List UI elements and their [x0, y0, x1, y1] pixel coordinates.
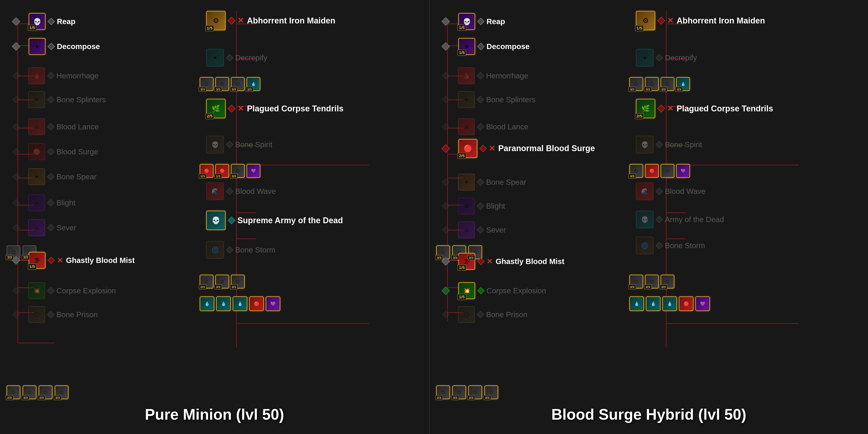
aim-icon[interactable]: ⚙ 1/5: [206, 11, 226, 30]
ghastly-x: ✕: [57, 256, 63, 265]
blight-r-label: Blight: [486, 202, 505, 210]
pass-mid-4[interactable]: 💧3/3: [247, 77, 260, 91]
hemorrhage-r-icon[interactable]: 🩸: [458, 67, 475, 84]
paranormal-icon[interactable]: 🔴 2/5: [458, 139, 477, 158]
pr2-3[interactable]: ⬡3/3: [660, 77, 675, 91]
pr2r-3[interactable]: ⬡: [660, 164, 675, 178]
rbp2-2[interactable]: 💧: [216, 296, 231, 311]
reap-icon[interactable]: 💀 1/5: [29, 13, 45, 30]
rbp-2[interactable]: ⬡3/3: [215, 274, 229, 289]
pct-icon[interactable]: 🌿 2/5: [206, 99, 226, 118]
pr2r-2[interactable]: 🔴: [645, 164, 659, 178]
skill-row-blight-left: ☠ Blight: [6, 194, 75, 211]
skill-row-blood-wave-left: 🌊 Blood Wave: [206, 182, 276, 200]
corpse-explosion-icon[interactable]: 💥: [28, 282, 45, 299]
dec-icon[interactable]: ✦: [206, 49, 224, 67]
decompose-icon[interactable]: ✦: [29, 38, 45, 55]
bone-prison-r-icon[interactable]: ⬡: [458, 306, 475, 323]
pass-mid-1[interactable]: ⬡3/3: [199, 77, 214, 91]
corpse-explosion-r-icon[interactable]: 💥 1/5: [458, 282, 475, 299]
bot-r-pass-3[interactable]: ⬡2/3: [468, 385, 482, 399]
bone-spear-r-diamond2: [477, 178, 484, 186]
bspirit-icon[interactable]: 💀: [206, 136, 224, 153]
rbp2-4[interactable]: 🔴: [249, 296, 264, 311]
bstorm-diamond: [226, 246, 233, 254]
reap-r-diamond2: [477, 18, 485, 25]
hemorrhage-icon[interactable]: 🩸: [28, 67, 45, 84]
blood-lance-r-icon[interactable]: ⚔: [458, 118, 475, 135]
ce-badge-diamond: [12, 287, 20, 294]
sever-r-diamond2: [477, 226, 484, 234]
decompose-r-icon[interactable]: ✦ 1/5: [458, 38, 475, 55]
bone-splinters-r-icon[interactable]: ✦: [458, 91, 475, 108]
skill-row-decrepify-right: ✦ Decrepify: [636, 49, 697, 67]
sever-icon[interactable]: ⚔: [28, 219, 45, 236]
bstorm-icon[interactable]: 🌀: [206, 241, 224, 259]
bone-splinters-icon[interactable]: ✦: [28, 91, 45, 108]
aim-r-icon[interactable]: ⚙ 1/5: [636, 11, 655, 30]
blood-surge-icon[interactable]: 🔴: [28, 143, 45, 160]
bot-pass-1[interactable]: ⬡ 2/3: [6, 385, 21, 399]
bspirit-r-diamond: [656, 141, 663, 148]
bstorm-r-icon[interactable]: 🌀: [636, 237, 654, 255]
aim-r-label: Abhorrent Iron Maiden: [677, 16, 765, 25]
blood-lance-icon[interactable]: ⚔: [28, 118, 45, 135]
skill-row-blight-right: ☠ Blight: [436, 198, 505, 214]
pr2r-4[interactable]: 💜: [676, 164, 690, 178]
skill-row-reap-right: 💀 1/5 Reap: [436, 13, 505, 30]
dec-r-icon[interactable]: ✦: [636, 49, 654, 67]
rbp2-3[interactable]: 💧: [232, 296, 247, 311]
bone-prison-icon[interactable]: ⬡: [28, 306, 45, 323]
bot-pass-3[interactable]: ⬡ 2/3: [39, 385, 53, 399]
bone-spirit-label: Bone Spirit: [235, 140, 272, 149]
army-icon[interactable]: 💀: [206, 211, 226, 230]
rrbp2-4[interactable]: 🔴: [679, 296, 693, 311]
rbp2-1[interactable]: 💧: [199, 296, 214, 311]
pass-mid2-3[interactable]: ⬡3/3: [231, 164, 245, 178]
bot-pass-4[interactable]: ⬡ 3/3: [55, 385, 69, 399]
reap-r-icon[interactable]: 💀 1/5: [458, 13, 475, 30]
rbp2-5[interactable]: 💜: [266, 296, 280, 311]
skill-row-bone-spear-right: ✦ Bone Spear: [436, 174, 526, 191]
bspirit-r-icon[interactable]: 💀: [636, 136, 654, 153]
pr2r-1[interactable]: ⬡3/3: [629, 164, 643, 178]
skill-row-bone-prison-left: ⬡ Bone Prison: [6, 306, 98, 323]
bone-spear-r-icon[interactable]: ✦: [458, 174, 475, 191]
bot-pass-2[interactable]: ⬡ 3/3: [23, 385, 36, 399]
pass-mid2-1[interactable]: 🔴1/3: [199, 164, 214, 178]
rrbp2-5[interactable]: 💜: [695, 296, 710, 311]
pass-mid2-4[interactable]: 💜: [247, 164, 260, 178]
bot-r-pass-2[interactable]: ⬡3/3: [452, 385, 466, 399]
bone-spear-icon[interactable]: ✦: [28, 168, 45, 185]
rbp-3[interactable]: ⬡3/3: [231, 274, 245, 289]
bw-r-icon[interactable]: 🌊: [636, 182, 654, 200]
bw-r-diamond: [656, 187, 663, 195]
pr2-4[interactable]: 💧3/3: [676, 77, 690, 91]
decrepify-r-label: Decrepify: [665, 53, 697, 62]
rrbp-3[interactable]: ⬡3/3: [660, 274, 675, 289]
blight-icon[interactable]: ☠: [28, 194, 45, 211]
bot-r-pass-4[interactable]: ⬡3/3: [484, 385, 498, 399]
blight-r-icon[interactable]: ☠: [458, 198, 475, 214]
rrbp-1[interactable]: ⬡3/3: [629, 274, 643, 289]
ghastly-icon[interactable]: 🌫 1/5: [29, 252, 45, 269]
rbp-1[interactable]: ⬡3/3: [199, 274, 214, 289]
rrbp2-3[interactable]: 💧: [662, 296, 677, 311]
pct-r-icon[interactable]: 🌿 2/5: [636, 99, 655, 118]
pass-mid2-2[interactable]: 🔴1/3: [215, 164, 229, 178]
rrbp-2[interactable]: ⬡3/3: [645, 274, 659, 289]
army-r-diamond: [656, 216, 663, 223]
ghastly-r-x: ✕: [487, 257, 493, 266]
rrbp2-2[interactable]: 💧: [646, 296, 660, 311]
pass-mid-2[interactable]: ⬡3/3: [215, 77, 229, 91]
sever-r-icon[interactable]: ⚔: [458, 222, 475, 238]
skill-row-corpse-explosion-right: 💥 1/5 Corpse Explosion: [436, 282, 546, 299]
pass-mid-3[interactable]: ⬡3/3: [231, 77, 245, 91]
bot-r-pass-1[interactable]: ⬡2/3: [436, 385, 450, 399]
skill-row-blood-surge-left: 🔴 Blood Surge: [6, 143, 98, 160]
bw-icon[interactable]: 🌊: [206, 182, 224, 200]
rrbp2-1[interactable]: 💧: [629, 296, 644, 311]
pr2-1[interactable]: ⬡3/3: [629, 77, 643, 91]
pr2-2[interactable]: ⬡3/3: [645, 77, 659, 91]
army-r-icon[interactable]: 💀: [636, 211, 654, 228]
